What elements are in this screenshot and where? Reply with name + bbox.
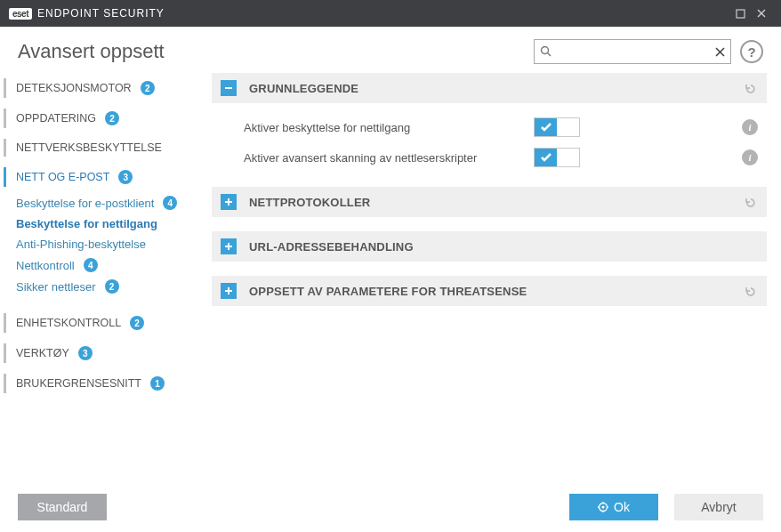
section-header[interactable]: OPPSETT AV PARAMETERE FOR THREATSENSE (212, 276, 767, 306)
cancel-button[interactable]: Avbryt (674, 494, 763, 520)
main-panel: GRUNNLEGGENDE Aktiver beskyttelse for ne… (206, 73, 781, 475)
default-button[interactable]: Standard (18, 494, 107, 520)
sidebar-item-label: OPPDATERING (16, 112, 96, 125)
section-header[interactable]: URL-ADRESSEBEHANDLING (212, 231, 767, 262)
count-badge: 2 (105, 279, 119, 294)
revert-icon[interactable] (742, 194, 758, 210)
sidebar-item-label: Nettkontroll (16, 259, 75, 272)
sidebar-item-label: NETT OG E-POST (16, 171, 109, 183)
sidebar-item-label: Beskyttelse for e-postklient (16, 197, 154, 210)
sidebar-item-nettverksbeskyttelse[interactable]: NETTVERKSBESKYTTELSE (4, 133, 206, 162)
maximize-button[interactable] (729, 3, 751, 24)
page-title: Avansert oppsett (18, 40, 534, 63)
toggle-switch[interactable] (534, 117, 580, 137)
sidebar-item-label: DETEKSJONSMOTOR (16, 82, 132, 94)
svg-line-4 (548, 53, 552, 57)
section-threatsense: OPPSETT AV PARAMETERE FOR THREATSENSE (212, 276, 767, 306)
titlebar: eset ENDPOINT SECURITY (0, 0, 781, 27)
info-icon[interactable]: i (742, 119, 758, 135)
section-title: NETTPROTOKOLLER (249, 196, 742, 209)
sidebar-item-label: VERKTØY (16, 347, 69, 359)
section-header[interactable]: NETTPROTOKOLLER (212, 187, 767, 217)
close-button[interactable] (751, 3, 772, 24)
count-badge: 1 (150, 376, 165, 391)
brand-name: ENDPOINT SECURITY (37, 7, 165, 20)
sidebar-sub-nettilgang[interactable]: Beskyttelse for nettilgang (4, 214, 206, 234)
svg-point-3 (542, 47, 549, 54)
count-badge: 3 (118, 170, 133, 184)
setting-row: Aktiver beskyttelse for nettilgang i (212, 112, 767, 142)
ok-button[interactable]: Ok (569, 494, 658, 520)
info-icon[interactable]: i (742, 149, 758, 165)
expand-icon (221, 238, 237, 254)
section-nettprotokoller: NETTPROTOKOLLER (212, 187, 767, 217)
sidebar-sub-antiphishing[interactable]: Anti-Phishing-beskyttelse (4, 234, 206, 254)
section-header[interactable]: GRUNNLEGGENDE (212, 73, 767, 103)
footer: Standard Ok Avbryt (0, 482, 781, 532)
section-grunnleggende: GRUNNLEGGENDE Aktiver beskyttelse for ne… (212, 73, 767, 173)
count-badge: 2 (130, 316, 144, 330)
sidebar-sub-sikker-nettleser[interactable]: Sikker nettleser 2 (4, 276, 206, 297)
sidebar-item-enhetskontroll[interactable]: ENHETSKONTROLL 2 (4, 308, 206, 338)
sidebar: DETEKSJONSMOTOR 2 OPPDATERING 2 NETTVERK… (0, 73, 206, 475)
sidebar-item-verktoy[interactable]: VERKTØY 3 (4, 338, 206, 368)
gear-icon (598, 502, 608, 512)
brand-badge: eset (9, 8, 32, 20)
count-badge: 4 (163, 196, 177, 210)
sidebar-item-label: ENHETSKONTROLL (16, 317, 121, 329)
sidebar-sub-nettkontroll[interactable]: Nettkontroll 4 (4, 254, 206, 276)
check-icon (535, 149, 557, 166)
count-badge: 2 (141, 81, 155, 95)
section-title: GRUNNLEGGENDE (249, 82, 742, 95)
sidebar-item-label: NETTVERKSBESKYTTELSE (16, 141, 162, 154)
expand-icon (221, 283, 237, 299)
sidebar-item-label: Beskyttelse for nettilgang (16, 217, 157, 230)
setting-label: Aktiver avansert skanning av nettlesersk… (244, 151, 534, 165)
ok-label: Ok (614, 500, 630, 514)
count-badge: 4 (84, 258, 98, 272)
sidebar-item-label: Sikker nettleser (16, 280, 96, 294)
search-input[interactable] (554, 45, 713, 59)
sidebar-sub-epostklient[interactable]: Beskyttelse for e-postklient 4 (4, 192, 206, 214)
clear-search-icon[interactable] (713, 44, 727, 59)
sidebar-item-label: Anti-Phishing-beskyttelse (16, 238, 146, 251)
toggle-switch[interactable] (534, 148, 580, 167)
count-badge: 3 (78, 346, 93, 360)
search-field[interactable] (534, 39, 731, 64)
sidebar-item-deteksjonsmotor[interactable]: DETEKSJONSMOTOR 2 (4, 73, 206, 103)
sidebar-item-oppdatering[interactable]: OPPDATERING 2 (4, 103, 206, 133)
count-badge: 2 (105, 111, 119, 125)
svg-point-15 (602, 506, 605, 509)
section-title: OPPSETT AV PARAMETERE FOR THREATSENSE (249, 285, 742, 298)
sidebar-item-label: BRUKERGRENSESNITT (16, 377, 141, 390)
setting-label: Aktiver beskyttelse for nettilgang (244, 121, 534, 134)
collapse-icon (221, 80, 237, 96)
sidebar-item-nett-og-epost[interactable]: NETT OG E-POST 3 (4, 162, 206, 192)
revert-icon[interactable] (742, 283, 758, 299)
check-icon (535, 118, 557, 136)
svg-rect-0 (737, 10, 745, 18)
section-url-adressebehandling: URL-ADRESSEBEHANDLING (212, 231, 767, 262)
sidebar-item-brukergrensesnitt[interactable]: BRUKERGRENSESNITT 1 (4, 368, 206, 399)
expand-icon (221, 194, 237, 210)
help-button[interactable]: ? (740, 40, 763, 63)
search-icon (538, 44, 554, 60)
section-title: URL-ADRESSEBEHANDLING (249, 240, 758, 254)
top-row: Avansert oppsett ? (0, 27, 781, 73)
setting-row: Aktiver avansert skanning av nettlesersk… (212, 142, 767, 173)
revert-icon[interactable] (742, 80, 758, 96)
